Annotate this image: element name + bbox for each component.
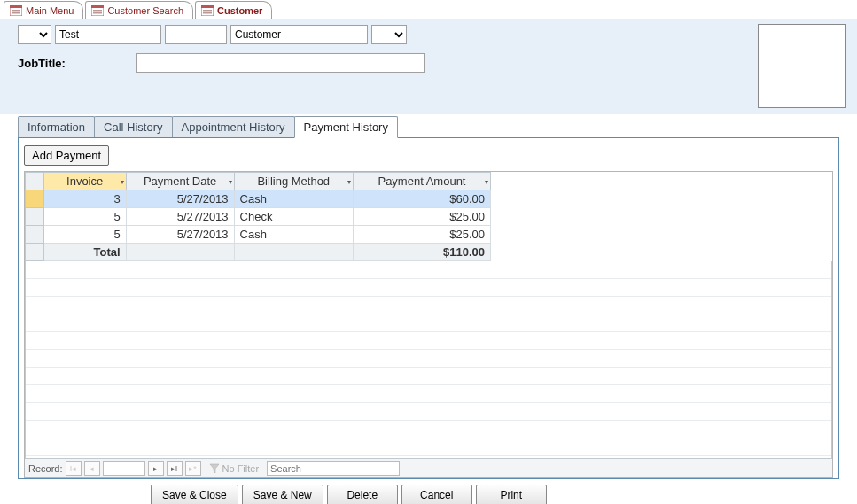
cancel-button[interactable]: Cancel [401, 485, 472, 504]
nav-tab-label: Customer [217, 5, 262, 16]
search-input[interactable] [267, 461, 400, 476]
cell-date[interactable]: 5/27/2013 [126, 190, 234, 208]
nav-tab-label: Customer Search [107, 5, 183, 16]
record-number-input[interactable] [103, 461, 145, 476]
nav-tab-label: Main Menu [26, 5, 74, 16]
cell-date[interactable]: 5/27/2013 [126, 208, 234, 226]
cell-amount[interactable]: $25.00 [353, 208, 490, 226]
tab-information[interactable]: Information [18, 116, 95, 137]
record-nav-bar: Record: I◂ ◂ ▸ ▸I ▸* No Filter [25, 458, 832, 477]
jobtitle-label: JobTitle: [18, 57, 133, 70]
col-label: Invoice [66, 174, 103, 188]
total-amount: $110.00 [353, 244, 490, 261]
svg-rect-7 [93, 12, 102, 14]
picture-box[interactable] [758, 24, 846, 108]
cell-date[interactable]: 5/27/2013 [126, 226, 234, 244]
col-label: Payment Amount [378, 174, 465, 188]
nav-first-button[interactable]: I◂ [66, 461, 82, 476]
table-row[interactable]: 3 5/27/2013 Cash $60.00 [26, 190, 491, 208]
tab-appointment-history[interactable]: Appointment History [172, 116, 295, 137]
nav-prev-button[interactable]: ◂ [84, 461, 100, 476]
col-invoice[interactable]: Invoice▾ [43, 173, 126, 190]
payment-grid: Invoice▾ Payment Date▾ Billing Method▾ P… [25, 172, 491, 261]
total-blank [126, 244, 234, 261]
nav-tab-customer[interactable]: Customer [195, 1, 272, 19]
svg-rect-2 [12, 10, 20, 12]
svg-rect-5 [91, 5, 104, 8]
col-label: Billing Method [257, 174, 330, 188]
row-selector [26, 244, 44, 261]
svg-rect-11 [203, 12, 212, 14]
add-payment-button[interactable]: Add Payment [24, 145, 109, 166]
print-button[interactable]: Print [476, 485, 547, 504]
total-label: Total [43, 244, 126, 261]
title-select[interactable] [18, 25, 51, 44]
dropdown-icon[interactable]: ▾ [347, 177, 351, 185]
grid-blank-area [25, 261, 832, 458]
svg-rect-3 [12, 12, 20, 14]
col-label: Payment Date [144, 174, 216, 188]
row-selector[interactable] [26, 190, 44, 208]
nav-new-button[interactable]: ▸* [185, 461, 201, 476]
svg-rect-9 [201, 5, 214, 8]
dropdown-icon[interactable]: ▾ [121, 177, 124, 185]
row-selector-header[interactable] [26, 173, 44, 190]
total-blank [234, 244, 353, 261]
col-payment-amount[interactable]: Payment Amount▾ [353, 173, 490, 190]
row-selector[interactable] [26, 226, 44, 244]
record-label: Record: [28, 463, 63, 474]
no-filter-indicator[interactable]: No Filter [209, 463, 260, 474]
cell-amount[interactable]: $25.00 [353, 226, 490, 244]
total-row: Total $110.00 [26, 244, 491, 261]
payment-history-panel: Add Payment Invoice▾ Payment Date▾ Billi… [18, 137, 839, 479]
form-icon [91, 5, 104, 16]
nav-tab-main-menu[interactable]: Main Menu [4, 1, 83, 19]
payment-grid-wrap: Invoice▾ Payment Date▾ Billing Method▾ P… [24, 171, 833, 478]
svg-rect-10 [203, 10, 212, 12]
dropdown-icon[interactable]: ▾ [485, 177, 488, 185]
save-new-button[interactable]: Save & New [242, 485, 323, 504]
cell-method[interactable]: Cash [234, 226, 353, 244]
window-tabs: Main Menu Customer Search Customer [0, 0, 857, 19]
svg-rect-1 [10, 5, 22, 8]
dropdown-icon[interactable]: ▾ [229, 177, 232, 185]
nav-tab-customer-search[interactable]: Customer Search [85, 1, 193, 19]
suffix-select[interactable] [371, 25, 407, 44]
middle-name-field[interactable] [165, 25, 227, 44]
nav-last-button[interactable]: ▸I [167, 461, 183, 476]
last-name-field[interactable] [230, 25, 368, 44]
row-selector[interactable] [26, 208, 44, 226]
table-row[interactable]: 5 5/27/2013 Check $25.00 [26, 208, 491, 226]
cell-invoice[interactable]: 5 [43, 226, 126, 244]
table-row[interactable]: 5 5/27/2013 Cash $25.00 [26, 226, 491, 244]
jobtitle-field[interactable] [136, 53, 425, 73]
nav-next-button[interactable]: ▸ [148, 461, 164, 476]
tab-payment-history[interactable]: Payment History [294, 116, 398, 138]
no-filter-label: No Filter [222, 463, 260, 474]
cell-method[interactable]: Cash [234, 190, 353, 208]
form-icon [10, 5, 22, 16]
form-actions: Save & Close Save & New Delete Cancel Pr… [0, 479, 857, 504]
detail-tabs: Information Call History Appointment His… [18, 114, 839, 137]
col-payment-date[interactable]: Payment Date▾ [126, 173, 234, 190]
svg-rect-6 [93, 10, 102, 12]
cell-invoice[interactable]: 5 [43, 208, 126, 226]
cell-invoice[interactable]: 3 [43, 190, 126, 208]
save-close-button[interactable]: Save & Close [151, 485, 238, 504]
form-icon [201, 5, 214, 16]
tab-call-history[interactable]: Call History [94, 116, 172, 137]
customer-header: Picture: JobTitle: [0, 19, 857, 114]
filter-icon [209, 463, 220, 474]
col-billing-method[interactable]: Billing Method▾ [234, 173, 353, 190]
cell-amount[interactable]: $60.00 [353, 190, 490, 208]
first-name-field[interactable] [55, 25, 161, 44]
cell-method[interactable]: Check [234, 208, 353, 226]
delete-button[interactable]: Delete [327, 485, 398, 504]
